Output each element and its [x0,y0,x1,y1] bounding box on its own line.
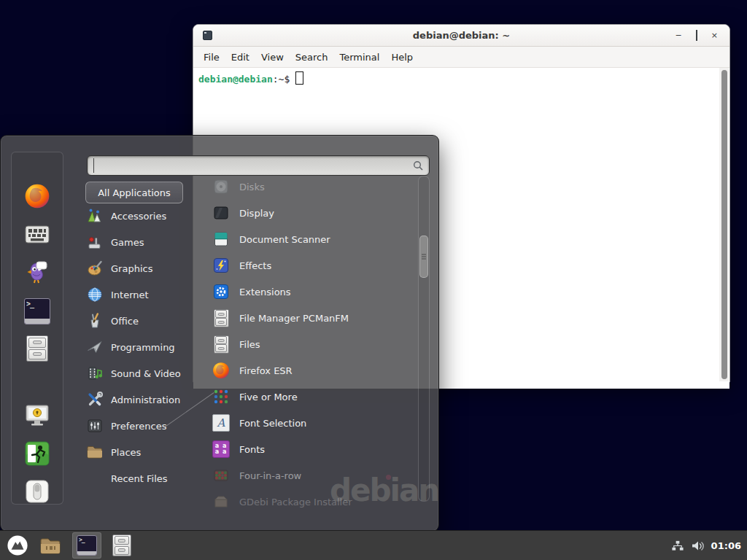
firefox-icon [212,362,230,379]
extensions-icon [212,283,230,300]
clock[interactable]: 01:06 [711,540,741,551]
app-files[interactable]: Files [207,331,417,357]
lock-screen-icon [24,402,50,429]
programming-icon [86,338,104,356]
keyboard-icon [24,222,50,246]
recent-files-icon-placeholder [86,470,104,487]
maximize-icon [696,30,697,41]
app-disks[interactable]: Disks [207,174,417,200]
document-scanner-icon [212,230,230,248]
maximize-button[interactable] [696,31,697,39]
menu-button[interactable] [7,534,28,556]
favorite-firefox[interactable] [24,183,50,209]
favorite-lock-screen[interactable] [24,402,50,429]
gdebi-icon [212,493,230,510]
file-manager-launcher[interactable] [112,534,131,556]
scrollbar-grip-icon [422,253,426,261]
app-five-or-more[interactable]: Five or More [207,384,417,410]
prompt-suffix: :~$ [273,74,290,85]
file-cabinet-icon [112,534,131,556]
pidgin-icon [24,260,50,286]
category-administration[interactable]: Administration [82,386,199,413]
favorite-file-manager[interactable] [24,335,50,362]
taskbar: >_ 01:06 [0,530,747,560]
menu-help[interactable]: Help [385,50,419,65]
administration-icon [86,391,104,408]
file-cabinet-icon [212,309,230,327]
terminal-menubar: File Edit View Search Terminal Help [193,47,729,68]
internet-icon [86,286,104,303]
menu-file[interactable]: File [198,50,225,65]
app-font-selection[interactable]: A Font Selection [207,410,417,436]
app-list-scrollbar[interactable] [418,176,430,502]
category-sound-video[interactable]: Sound & Video [82,360,199,386]
menu-search[interactable]: Search [290,50,334,65]
category-games[interactable]: Games [82,229,199,255]
category-office[interactable]: Office [82,308,199,334]
minimize-button[interactable]: − [676,31,682,39]
favorite-terminal[interactable]: >_ [24,298,50,324]
favorite-pidgin[interactable] [24,260,50,286]
folder-icon [39,536,61,555]
app-effects[interactable]: Effects [207,252,417,279]
category-programming[interactable]: Programming [82,334,199,360]
close-button[interactable]: × [711,31,718,39]
app-display[interactable]: Display [207,200,417,226]
terminal-scrollbar-thumb[interactable] [721,70,727,379]
app-extensions[interactable]: Extensions [207,279,417,305]
graphics-icon [86,260,104,277]
menu-logo-icon [7,534,28,556]
logout-icon [24,440,50,467]
preferences-icon [86,417,104,435]
application-list: Disks Display Document Scanner Effects E… [207,174,417,515]
office-icon [86,312,104,330]
app-firefox-esr[interactable]: Firefox ESR [207,357,417,384]
terminal-icon: >_ [24,298,50,324]
app-list-scrollbar-thumb[interactable] [419,236,428,278]
sound-video-icon [86,365,104,382]
search-box [87,155,430,176]
search-input[interactable] [93,158,413,173]
category-internet[interactable]: Internet [82,281,199,308]
category-accessories[interactable]: Accessories [82,203,199,229]
favorite-shutdown[interactable] [24,478,50,505]
app-document-scanner[interactable]: Document Scanner [207,226,417,252]
category-preferences[interactable]: Preferences [82,413,199,439]
display-icon [212,204,230,222]
menu-terminal[interactable]: Terminal [333,50,385,65]
terminal-scrollbar[interactable] [719,68,729,381]
favorite-keyboard[interactable] [24,221,50,247]
window-title: debian@debian: ~ [193,30,729,41]
category-graphics[interactable]: Graphics [82,255,199,281]
four-in-a-row-icon [212,467,230,484]
system-tray: 01:06 [671,540,741,552]
application-menu: >_ All Applications Accessories Ga [0,135,439,532]
category-places[interactable]: Places [82,439,199,465]
app-fonts[interactable]: a aa a Fonts [207,436,417,462]
effects-icon [212,257,230,274]
app-file-manager-pcmanfm[interactable]: File Manager PCManFM [207,305,417,331]
terminal-task-button[interactable]: >_ [72,532,101,559]
fonts-icon: a aa a [212,440,230,458]
category-list: Accessories Games Graphics Internet Offi… [82,203,199,491]
accessories-icon [86,207,104,225]
favorite-logout[interactable] [24,440,50,467]
disks-icon [212,178,230,195]
category-recent-files[interactable]: Recent Files [82,465,199,491]
favorites-column: >_ [11,152,63,505]
terminal-window-icon [203,31,212,40]
menu-view[interactable]: View [255,50,290,65]
folder-launcher[interactable] [39,536,61,555]
file-cabinet-icon [26,335,48,362]
font-selection-icon: A [212,414,230,432]
network-icon[interactable] [671,540,684,552]
games-icon [86,233,104,251]
app-four-in-a-row[interactable]: Four-in-a-row [207,462,417,489]
app-gdebi-package-installer[interactable]: GDebi Package Installer [207,489,417,515]
menu-edit[interactable]: Edit [225,50,255,65]
terminal-titlebar[interactable]: debian@debian: ~ − × [193,25,729,47]
category-all-applications[interactable]: All Applications [85,182,183,203]
volume-icon[interactable] [691,540,705,552]
shutdown-icon [24,478,50,505]
places-icon [86,443,104,461]
